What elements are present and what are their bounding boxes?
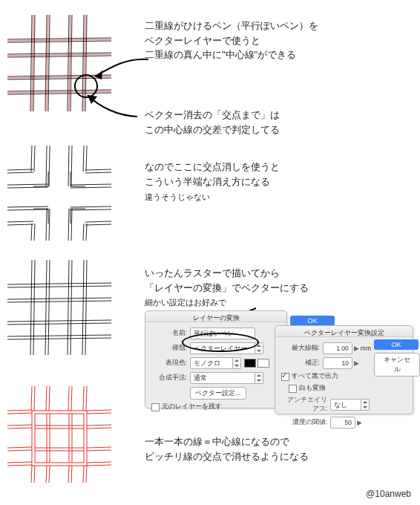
- svg-line-0: [32, 15, 33, 111]
- input-correction[interactable]: 10: [323, 357, 352, 369]
- svg-line-74: [7, 283, 111, 284]
- chevron-updown-icon[interactable]: [233, 357, 241, 369]
- svg-line-66: [30, 260, 32, 355]
- dialog-layer-convert: レイヤーの変換 名前: 平行ぽいペン 種類: ベクターレイヤー 表現色: モノク…: [145, 310, 287, 408]
- dropdown-kind[interactable]: ベクターレイヤー: [190, 342, 255, 354]
- svg-line-7: [7, 91, 111, 93]
- svg-line-103: [7, 447, 32, 448]
- checkbox-all-black[interactable]: [281, 373, 289, 381]
- svg-line-114: [87, 465, 111, 466]
- label-threshold: 濃度の閾値:: [281, 418, 327, 427]
- label-maxwidth: 最大線幅:: [281, 344, 320, 353]
- svg-line-75: [7, 286, 111, 287]
- dropdown-aa[interactable]: なし: [330, 399, 361, 411]
- svg-line-86: [49, 386, 50, 411]
- dropdown-blend[interactable]: 通常: [190, 372, 255, 384]
- svg-line-21: [7, 78, 111, 79]
- svg-line-38: [83, 146, 84, 172]
- svg-line-16: [7, 38, 111, 39]
- input-threshold[interactable]: 50: [330, 417, 355, 429]
- section4-text: 一本一本の線＝中心線になるので ピッチリ線の交点で消せるようになる: [145, 434, 309, 463]
- label-leave-original: 元のレイヤーを残す: [162, 403, 222, 411]
- svg-line-3: [84, 15, 85, 111]
- swatch-white[interactable]: [257, 359, 269, 368]
- svg-line-23: [7, 93, 111, 94]
- svg-line-76: [7, 298, 111, 299]
- svg-line-18: [7, 53, 111, 54]
- text-line: なのでここに交点消しを使うと: [145, 160, 280, 175]
- svg-line-36: [68, 209, 69, 241]
- text-line: ピッチリ線の交点で消せるようになる: [145, 449, 309, 464]
- svg-line-35: [71, 146, 72, 186]
- label-white-convert: 白も変換: [299, 384, 326, 393]
- svg-rect-116: [35, 414, 84, 463]
- svg-line-111: [87, 447, 111, 448]
- button-ok[interactable]: OK: [290, 316, 335, 326]
- svg-line-67: [33, 260, 35, 355]
- input-maxwidth[interactable]: 1.00: [323, 342, 352, 354]
- svg-line-80: [7, 335, 111, 336]
- button-ok[interactable]: OK: [374, 339, 419, 350]
- svg-line-29: [34, 224, 35, 241]
- svg-line-53: [70, 209, 111, 210]
- label-blend: 合成手法:: [151, 374, 187, 382]
- svg-line-33: [49, 209, 50, 241]
- svg-line-105: [7, 462, 32, 463]
- svg-line-32: [46, 209, 47, 241]
- svg-line-93: [46, 466, 47, 483]
- svg-line-46: [7, 184, 48, 185]
- label-kind: 種類:: [151, 344, 187, 353]
- text-line: 「レイヤーの変換」でベクターにする: [145, 281, 309, 296]
- svg-line-12: [68, 15, 69, 111]
- chevron-updown-icon[interactable]: [255, 342, 263, 354]
- text-note: 違うそうじゃない: [145, 192, 280, 203]
- svg-line-39: [86, 146, 87, 172]
- button-cancel[interactable]: キャンセル: [374, 353, 420, 377]
- svg-line-85: [46, 386, 47, 411]
- svg-line-44: [85, 169, 111, 170]
- svg-line-57: [85, 224, 111, 225]
- svg-line-92: [34, 466, 35, 483]
- svg-line-45: [85, 172, 111, 173]
- input-name[interactable]: 平行ぽいペン: [190, 328, 255, 339]
- section2-text: なのでここに交点消しを使うと こういう半端な消え方になる 違うそうじゃない: [145, 160, 280, 203]
- checkbox-white-convert[interactable]: [289, 385, 297, 393]
- text-line: こういう半端な消え方になる: [145, 175, 280, 189]
- svg-line-26: [31, 146, 32, 172]
- svg-line-94: [49, 466, 50, 483]
- svg-line-47: [7, 187, 48, 188]
- svg-line-10: [45, 15, 47, 111]
- chevron-updown-icon[interactable]: [361, 399, 370, 411]
- text-line: この中心線の交差で判定してる: [145, 123, 280, 137]
- svg-line-14: [82, 15, 84, 111]
- dropdown-colormode[interactable]: モノクロ: [190, 357, 233, 369]
- text-line: 二重線の真ん中に"中心線"ができる: [145, 48, 318, 62]
- svg-line-91: [31, 466, 32, 483]
- svg-line-40: [83, 224, 84, 241]
- checkbox-leave-original[interactable]: [151, 403, 160, 411]
- svg-line-13: [70, 15, 72, 111]
- svg-line-71: [70, 260, 72, 355]
- svg-line-42: [7, 169, 33, 170]
- svg-line-101: [7, 425, 32, 426]
- chevron-updown-icon[interactable]: [255, 372, 263, 384]
- svg-line-41: [86, 224, 87, 241]
- svg-rect-115: [32, 411, 87, 466]
- svg-line-31: [49, 146, 50, 186]
- svg-line-28: [31, 224, 32, 241]
- swatch-black[interactable]: [244, 359, 256, 368]
- svg-line-88: [71, 386, 72, 411]
- text-line: ベクター消去の「交点まで」は: [145, 108, 280, 123]
- dialog-vector-convert-settings: ベクターレイヤー変換設定 最大線幅: 1.00 ▶ mm 補正: 10 ▶ すべ…: [275, 325, 413, 414]
- button-vector-settings[interactable]: ベクター設定...: [190, 387, 246, 400]
- svg-line-84: [34, 386, 35, 411]
- dialog-title: レイヤーの変換: [145, 313, 286, 323]
- svg-line-37: [71, 209, 72, 241]
- svg-line-113: [87, 462, 111, 463]
- svg-line-27: [34, 146, 35, 172]
- svg-line-83: [31, 386, 32, 411]
- svg-line-102: [7, 428, 32, 429]
- label-color: 表現色:: [151, 359, 187, 368]
- svg-line-2: [69, 15, 70, 111]
- svg-line-19: [7, 56, 111, 57]
